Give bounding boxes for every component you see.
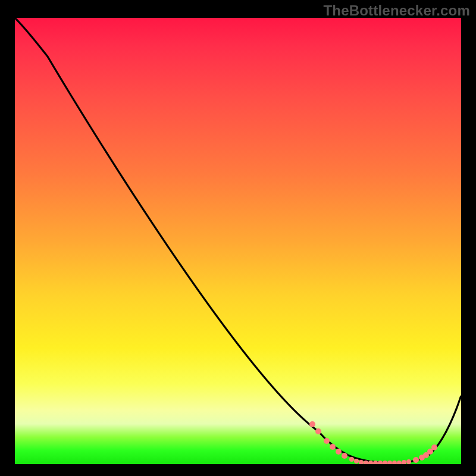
- bottleneck-curve: [15, 18, 461, 463]
- svg-point-6: [349, 457, 354, 462]
- left-marker-cluster: [309, 421, 347, 459]
- svg-point-13: [383, 461, 387, 464]
- svg-point-18: [406, 459, 411, 464]
- svg-point-14: [387, 461, 392, 464]
- svg-point-0: [309, 421, 315, 427]
- svg-point-19: [413, 457, 419, 463]
- chart-frame: TheBottlenecker.com: [0, 0, 476, 476]
- svg-point-15: [392, 461, 397, 464]
- svg-point-12: [378, 461, 383, 464]
- svg-point-4: [336, 449, 342, 455]
- watermark-text: TheBottlenecker.com: [323, 2, 470, 19]
- svg-point-1: [315, 428, 321, 434]
- svg-point-5: [342, 453, 347, 459]
- svg-point-16: [397, 461, 402, 464]
- svg-point-7: [354, 459, 359, 464]
- svg-point-3: [330, 444, 336, 450]
- svg-point-23: [431, 444, 437, 450]
- curve-layer: [15, 18, 461, 464]
- plot-area: [15, 18, 461, 464]
- svg-point-17: [402, 460, 406, 464]
- svg-point-2: [324, 438, 330, 444]
- right-marker-cluster: [413, 444, 437, 463]
